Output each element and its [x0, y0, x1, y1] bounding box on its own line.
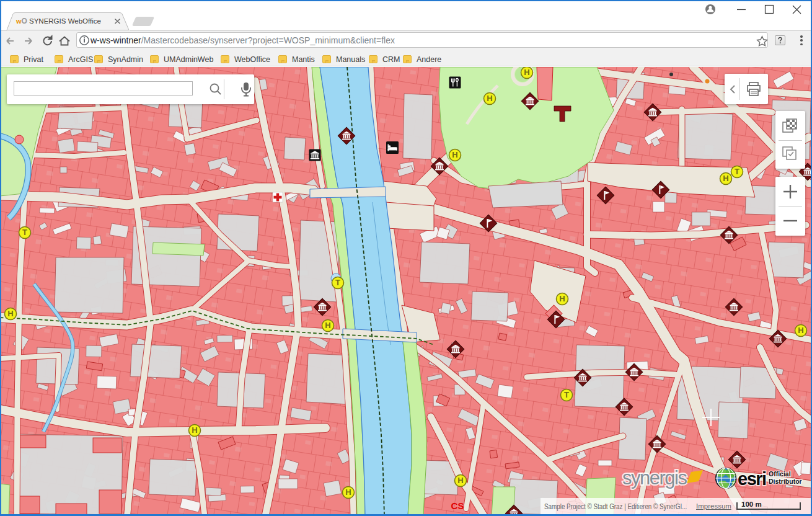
svg-text:esri: esri: [738, 469, 766, 489]
svg-text:H: H: [7, 309, 13, 318]
svg-text:Official: Official: [769, 470, 791, 478]
svg-text:CS: CS: [451, 500, 464, 511]
svg-text:Distributor: Distributor: [769, 478, 802, 485]
svg-text:H: H: [723, 174, 728, 183]
svg-text:H: H: [192, 425, 197, 435]
svg-text:T: T: [22, 228, 27, 237]
svg-text:SYNERGIS WebOffice: SYNERGIS WebOffice: [29, 17, 101, 25]
svg-text:H: H: [325, 321, 330, 330]
svg-text:H: H: [798, 326, 803, 335]
svg-text:T: T: [735, 167, 739, 176]
svg-text:T: T: [335, 278, 340, 287]
svg-text:H: H: [524, 68, 529, 77]
svg-text:H: H: [559, 294, 565, 303]
svg-text:T: T: [564, 390, 569, 399]
svg-text:H: H: [345, 487, 351, 497]
svg-text:H: H: [452, 150, 457, 159]
svg-text:synergis: synergis: [622, 467, 687, 489]
svg-text:wO: wO: [15, 17, 27, 25]
svg-text:H: H: [487, 94, 492, 103]
svg-text:H: H: [457, 476, 463, 485]
